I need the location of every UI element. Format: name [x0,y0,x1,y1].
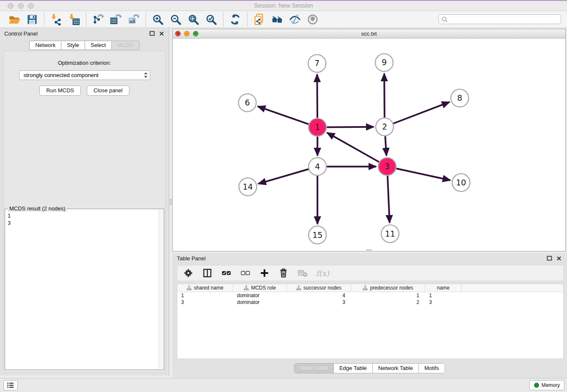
column-header-shared-name[interactable]: shared name [177,284,233,292]
graph-node-7[interactable]: 7 [308,55,326,72]
table-panel-close-button[interactable] [556,256,562,261]
zoom-selected-button[interactable] [204,13,218,26]
memory-status-dot [534,383,539,388]
table-cell[interactable]: 3 [425,299,462,306]
close-panel-button[interactable]: Close panel [87,86,129,96]
hide-annotations-button[interactable] [288,13,302,26]
import-table-button[interactable] [67,13,81,26]
task-history-button[interactable] [3,380,18,390]
table-cell[interactable]: dominator [233,292,287,299]
column-header-label: MCDS role [251,285,276,291]
preview-eye-button[interactable] [306,13,319,26]
network-window-resize-handle[interactable] [366,249,372,251]
import-network-button[interactable] [50,13,63,26]
graph-node-1[interactable]: 1 [308,119,326,136]
run-mcds-button[interactable]: Run MCDS [39,86,81,96]
table-cell[interactable]: 1 [425,292,462,299]
graph-edge-1-2[interactable] [327,127,374,127]
tab-mcds[interactable]: MCDS [111,41,139,50]
graph-node-14[interactable]: 14 [239,178,257,196]
table-cell[interactable]: 1 [177,292,233,299]
tab-select[interactable]: Select [85,41,111,50]
graph-node-9[interactable]: 9 [375,54,393,72]
tab-style[interactable]: Style [61,41,85,50]
export-network-button[interactable] [91,13,105,26]
graph-edge-4-14[interactable] [258,169,308,184]
table-row-1[interactable]: 3dominator323 [177,299,563,306]
table-cell[interactable]: 1 [351,292,425,299]
control-panel-float-button[interactable] [149,31,155,36]
column-header-predecessor-nodes[interactable]: predecessor nodes [351,284,425,292]
tab-node-table[interactable]: Node Table [295,364,333,373]
trash-button[interactable] [278,268,289,279]
column-header-label: name [437,285,449,291]
copy-network-button[interactable] [253,13,266,26]
graph-node-label: 7 [314,58,319,68]
tree-icon [187,285,192,290]
network-window-titlebar[interactable]: × − + scc.txt [173,29,565,39]
zoom-fit-icon [187,14,199,25]
table-cell[interactable]: 3 [287,299,351,306]
graph-node-3[interactable]: 3 [378,157,396,175]
refresh-button[interactable] [228,13,242,26]
graph-edge-2-9[interactable] [384,74,385,118]
column-header-MCDS-role[interactable]: MCDS role [233,284,287,292]
tab-network-table[interactable]: Network Table [372,364,418,373]
network-canvas[interactable]: 7968124314101511 [173,39,565,251]
tab-network[interactable]: Network [29,41,61,50]
gear-button[interactable] [183,268,194,279]
zoom-out-button[interactable] [169,13,182,26]
table-panel-float-button[interactable] [546,256,552,261]
column-header-successor-nodes[interactable]: successor nodes [287,284,351,292]
graph-edge-2-8[interactable] [393,102,449,124]
deselect-all-button[interactable] [240,268,251,279]
home-button[interactable] [270,13,284,26]
table-cell[interactable]: 4 [287,292,351,299]
criterion-select[interactable]: strongly connected component [19,70,150,80]
graph-node-2[interactable]: 2 [376,118,394,136]
toolbar-group-1 [44,13,86,26]
graph-edge-2-3[interactable] [385,136,386,155]
graph-edge-3-1[interactable] [327,133,379,162]
tab-motifs[interactable]: Motifs [418,364,445,373]
graph-node-8[interactable]: 8 [451,89,469,107]
export-image-button[interactable] [127,13,140,26]
preview-eye-icon [307,14,319,25]
graph-edge-3-10[interactable] [396,168,450,180]
table-cell[interactable]: 2 [351,299,425,306]
zoom-in-button[interactable] [151,13,165,26]
mcds-result-text[interactable]: 1 3 [8,212,158,369]
splitter-grip[interactable] [170,199,172,205]
tab-edge-table[interactable]: Edge Table [333,364,372,373]
zoom-fit-button[interactable] [187,13,200,26]
select-stepper-icon [143,71,148,79]
column-header-name[interactable]: name [425,284,462,292]
graph-node-6[interactable]: 6 [239,94,256,112]
save-button[interactable] [25,13,39,26]
graph-edge-1-7[interactable] [317,75,317,118]
split-columns-button[interactable] [202,268,213,279]
graph-node-label: 14 [243,182,253,191]
mcds-result-scrollbar[interactable] [159,210,163,369]
graph-node-15[interactable]: 15 [308,226,326,244]
search-field[interactable] [438,14,561,24]
export-table-button[interactable] [109,13,123,26]
table-cell[interactable]: dominator [233,299,287,306]
search-input[interactable] [449,16,558,22]
graph-node-11[interactable]: 11 [381,225,399,243]
table-row-0[interactable]: 1dominator411 [177,292,563,299]
graph-node-10[interactable]: 10 [452,174,470,191]
graph-edge-1-6[interactable] [258,106,308,124]
graph-edge-3-11[interactable] [388,176,390,223]
open-folder-button[interactable] [8,13,21,26]
table-cell[interactable]: 3 [177,299,233,306]
table-toolbar: f(x) [177,265,564,281]
select-all-button[interactable] [221,268,232,279]
memory-button[interactable]: Memory [529,380,564,390]
add-button[interactable] [259,268,270,279]
graph-node-label: 10 [456,178,466,187]
graph-node-4[interactable]: 4 [308,157,326,175]
control-panel-close-button[interactable] [159,31,165,36]
panel-splitter[interactable] [169,28,172,375]
tree-icon [363,285,368,290]
